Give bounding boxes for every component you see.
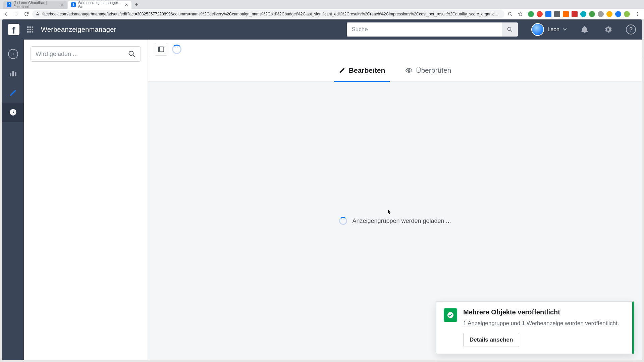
apps-grid-icon[interactable] — [25, 24, 36, 35]
svg-point-6 — [637, 12, 638, 13]
browser-tab-title: Werbeanzeigenmanager - We — [78, 1, 122, 9]
extension-icon[interactable] — [572, 11, 578, 17]
svg-point-7 — [637, 13, 638, 14]
tab-review[interactable]: Überprüfen — [405, 59, 451, 82]
svg-rect-10 — [30, 26, 31, 28]
svg-rect-15 — [27, 31, 29, 33]
favicon-facebook-icon: f — [71, 2, 76, 7]
extension-icon[interactable] — [589, 11, 595, 17]
extension-icon[interactable] — [554, 11, 560, 17]
main-toolbar — [148, 40, 642, 59]
pencil-icon — [9, 89, 17, 97]
extension-icon[interactable] — [537, 11, 543, 17]
app: f Werbeanzeigenmanager Leon — [2, 19, 642, 360]
rail-collapse-button[interactable] — [2, 44, 24, 64]
svg-rect-20 — [12, 71, 13, 76]
extension-icon[interactable] — [580, 11, 586, 17]
sidebar — [24, 40, 148, 360]
tab-label: Bearbeiten — [349, 66, 385, 74]
top-search[interactable] — [347, 22, 518, 37]
new-tab-button[interactable] — [132, 0, 141, 9]
toggle-panel-button[interactable] — [155, 43, 167, 56]
reload-button[interactable] — [22, 10, 31, 18]
svg-rect-16 — [30, 31, 31, 33]
clock-icon — [9, 108, 17, 117]
view-tabs: Bearbeiten Überprüfen — [148, 59, 642, 82]
svg-rect-25 — [158, 47, 160, 52]
svg-point-26 — [408, 70, 410, 71]
tabstrip: f (1) Leon Chaudhari | Facebook f Werbea… — [0, 0, 644, 9]
zoom-icon[interactable] — [506, 10, 515, 18]
loading-indicator: Anzeigengruppen werden geladen ... — [339, 217, 451, 225]
chevron-down-icon — [563, 28, 567, 31]
side-panel-icon — [157, 46, 165, 53]
extension-icon[interactable] — [598, 11, 604, 17]
extension-icon[interactable] — [615, 11, 621, 17]
forward-button[interactable] — [12, 10, 21, 18]
rail-edit[interactable] — [2, 83, 24, 103]
check-icon — [444, 308, 457, 322]
search-icon — [128, 50, 136, 58]
svg-point-18 — [508, 27, 511, 31]
avatar — [531, 23, 544, 36]
toast-message: 1 Anzeigengruppe und 1 Werbeanzeige wurd… — [463, 319, 619, 327]
help-icon[interactable]: ? — [626, 24, 636, 35]
sidebar-search-input[interactable] — [36, 47, 128, 61]
svg-rect-17 — [32, 31, 34, 33]
toast-title: Mehrere Objekte veröffentlicht — [463, 308, 619, 316]
tab-edit[interactable]: Bearbeiten — [339, 59, 385, 82]
close-icon[interactable] — [60, 3, 64, 7]
browser-tab-1[interactable]: f Werbeanzeigenmanager - We — [68, 1, 131, 9]
user-menu[interactable]: Leon — [531, 23, 567, 36]
tab-label: Überprüfen — [416, 66, 451, 74]
browser-chrome: f (1) Leon Chaudhari | Facebook f Werbea… — [0, 0, 644, 19]
svg-point-5 — [508, 12, 511, 15]
loading-spinner-icon — [339, 217, 347, 225]
url-text: facebook.com/adsmanager/manage/adsets/ed… — [42, 12, 501, 16]
notifications-icon[interactable] — [579, 24, 590, 35]
sidebar-content — [31, 62, 141, 360]
address-bar[interactable]: facebook.com/adsmanager/manage/adsets/ed… — [32, 10, 504, 18]
close-icon[interactable] — [124, 3, 128, 7]
settings-icon[interactable] — [602, 24, 614, 35]
extension-icon[interactable] — [545, 11, 551, 17]
chevron-right-icon — [8, 49, 18, 59]
svg-rect-9 — [27, 26, 29, 28]
facebook-logo-icon[interactable]: f — [8, 24, 19, 35]
extension-icon[interactable] — [624, 11, 630, 17]
sidebar-search[interactable] — [31, 46, 141, 62]
left-rail — [2, 40, 24, 360]
browser-tab-title: (1) Leon Chaudhari | Facebook — [13, 1, 58, 9]
pencil-icon — [339, 67, 345, 74]
rail-overview[interactable] — [2, 64, 24, 83]
svg-text:f: f — [73, 3, 74, 7]
browser-tab-0[interactable]: f (1) Leon Chaudhari | Facebook — [3, 1, 67, 9]
toast-success: Mehrere Objekte veröffentlicht 1 Anzeige… — [436, 301, 634, 354]
browser-menu-icon[interactable] — [633, 10, 642, 18]
svg-point-23 — [129, 51, 133, 56]
svg-rect-4 — [37, 14, 39, 15]
star-icon[interactable] — [516, 10, 525, 18]
svg-rect-19 — [10, 73, 11, 76]
extension-icon[interactable] — [606, 11, 612, 17]
top-search-button[interactable] — [502, 22, 518, 37]
user-name: Leon — [547, 26, 559, 33]
cursor-icon — [388, 209, 391, 215]
eye-icon — [405, 67, 413, 74]
svg-text:f: f — [8, 3, 10, 7]
extension-icon[interactable] — [563, 11, 569, 17]
extensions-row — [526, 11, 632, 17]
favicon-facebook-icon: f — [7, 2, 11, 7]
back-button[interactable] — [2, 10, 11, 18]
toast-details-button[interactable]: Details ansehen — [463, 333, 519, 347]
app-header: f Werbeanzeigenmanager Leon — [2, 19, 642, 40]
bar-chart-icon — [9, 69, 17, 78]
top-search-input[interactable] — [347, 22, 502, 37]
extension-icon[interactable] — [528, 11, 534, 17]
lock-icon — [36, 12, 40, 16]
svg-rect-12 — [27, 29, 29, 31]
svg-rect-13 — [30, 29, 31, 31]
toast-body: Mehrere Objekte veröffentlicht 1 Anzeige… — [463, 308, 619, 347]
svg-point-8 — [637, 15, 638, 16]
rail-history[interactable] — [2, 103, 24, 122]
